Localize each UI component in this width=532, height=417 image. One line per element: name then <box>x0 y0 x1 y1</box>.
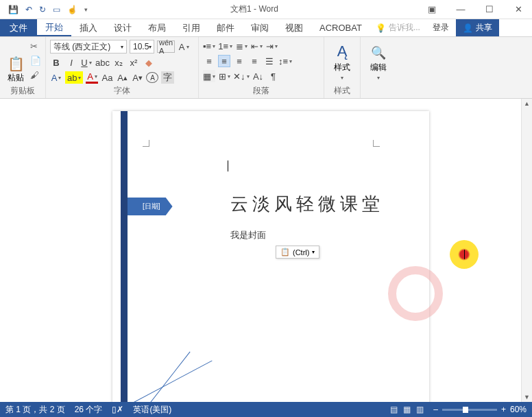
tab-file[interactable]: 文件 <box>0 19 37 36</box>
text-effects-button[interactable]: A <box>50 71 62 84</box>
char-border-icon[interactable]: A <box>178 40 190 53</box>
multilevel-button[interactable]: ≣ <box>235 40 247 52</box>
subscript-button[interactable]: x₂ <box>112 56 125 69</box>
maximize-icon[interactable]: ☐ <box>479 4 500 14</box>
vertical-ruler <box>0 99 14 402</box>
vertical-scrollbar[interactable]: ▲ ▼ <box>521 99 532 402</box>
text-direction-button[interactable]: ✕↓ <box>233 70 250 82</box>
tab-insert[interactable]: 插入 <box>71 19 106 36</box>
touch-mode-icon[interactable]: ☝ <box>67 5 77 14</box>
align-distribute-button[interactable]: ☰ <box>263 55 276 67</box>
show-marks-button[interactable]: ¶ <box>267 70 280 82</box>
status-proofing-icon[interactable]: ▯✗ <box>112 405 123 414</box>
window-title: 文档1 - Word <box>88 3 421 15</box>
minimize-icon[interactable]: — <box>450 4 472 14</box>
group-editing: 🔍 编辑 ▾ <box>361 37 396 98</box>
share-button[interactable]: 👤 共享 <box>456 19 499 36</box>
align-center-button[interactable]: ≡ <box>218 55 230 67</box>
scroll-down-icon[interactable]: ▼ <box>524 392 530 402</box>
underline-button[interactable]: U <box>80 56 93 69</box>
undo-icon[interactable]: ↶ <box>25 5 32 14</box>
tell-me-search[interactable]: 💡 告诉我... <box>370 19 426 36</box>
document-canvas[interactable]: [日期] 云淡风轻微课堂 我是封面 📋 (Ctrl) ▾ <box>14 99 521 402</box>
qat-item-icon[interactable]: ▭ <box>53 5 60 14</box>
font-size-value: 10.5 <box>133 42 149 51</box>
font-color-button[interactable]: A <box>86 71 98 84</box>
align-left-button[interactable]: ≡ <box>203 55 215 67</box>
font-name-combo[interactable]: 等线 (西文正文)▾ <box>50 40 127 53</box>
tab-layout[interactable]: 布局 <box>140 19 174 36</box>
highlight-button[interactable]: ab <box>65 71 83 84</box>
styles-button[interactable]: Ą 样式 ▾ <box>328 40 356 84</box>
editing-label: 编辑 <box>370 62 387 73</box>
close-icon[interactable]: ✕ <box>507 4 529 14</box>
tab-design[interactable]: 设计 <box>106 19 140 36</box>
align-right-button[interactable]: ≡ <box>233 55 245 67</box>
cover-date-tag[interactable]: [日期] <box>128 198 173 215</box>
clipboard-icon: 📋 <box>280 248 290 257</box>
ribbon-options-icon[interactable]: ▣ <box>421 4 443 14</box>
change-case-button[interactable]: Aa <box>101 71 113 84</box>
paste-options-label: (Ctrl) <box>293 248 309 257</box>
align-justify-button[interactable]: ≡ <box>248 55 261 67</box>
web-layout-icon[interactable]: ▥ <box>416 405 424 414</box>
ribbon-tabs: 文件 开始 插入 设计 布局 引用 邮件 审阅 视图 ACROBAT 💡 告诉我… <box>0 19 532 37</box>
chevron-down-icon: ▾ <box>377 75 380 81</box>
sign-in-link[interactable]: 登录 <box>426 19 456 36</box>
editing-button[interactable]: 🔍 编辑 ▾ <box>365 40 392 86</box>
status-word-count[interactable]: 26 个字 <box>75 404 103 416</box>
clear-format-icon[interactable]: ◆ <box>143 56 155 69</box>
numbering-button[interactable]: 1≡ <box>218 40 232 52</box>
group-label-font: 字体 <box>50 84 194 97</box>
font-size-combo[interactable]: 10.5▾ <box>130 40 154 53</box>
decrease-indent-button[interactable]: ⇤ <box>250 40 263 52</box>
font-name-value: 等线 (西文正文) <box>53 41 110 53</box>
strikethrough-button[interactable]: abc <box>95 56 110 69</box>
tab-acrobat[interactable]: ACROBAT <box>311 19 370 36</box>
increase-indent-button[interactable]: ⇥ <box>265 40 278 52</box>
tab-home[interactable]: 开始 <box>37 19 71 36</box>
zoom-level[interactable]: 60% <box>510 405 527 414</box>
tab-view[interactable]: 视图 <box>277 19 311 36</box>
format-painter-icon[interactable]: 🖌 <box>30 70 41 80</box>
borders-button[interactable]: ⊞ <box>218 70 230 82</box>
read-mode-icon[interactable]: ▤ <box>390 405 398 414</box>
copy-icon[interactable]: 📄 <box>30 56 41 66</box>
paste-options-button[interactable]: 📋 (Ctrl) ▾ <box>276 246 319 259</box>
group-font: 等线 (西文正文)▾ 10.5▾ wénA A B I U abc x₂ x² … <box>46 37 199 98</box>
tab-references[interactable]: 引用 <box>174 19 208 36</box>
shrink-font-button[interactable]: A▾ <box>131 71 143 84</box>
italic-button[interactable]: I <box>65 56 77 69</box>
view-switcher: ▤ ▦ ▥ <box>390 405 424 414</box>
tab-mailings[interactable]: 邮件 <box>208 19 243 36</box>
text-cursor <box>228 160 228 171</box>
page[interactable]: [日期] 云淡风轻微课堂 我是封面 📋 (Ctrl) ▾ <box>112 111 429 402</box>
zoom-thumb[interactable] <box>463 407 468 413</box>
bold-button[interactable]: B <box>50 56 62 69</box>
paste-button[interactable]: 📋 粘贴 <box>4 40 27 84</box>
grow-font-button[interactable]: A▴ <box>116 71 128 84</box>
status-language[interactable]: 英语(美国) <box>133 404 171 416</box>
tab-review[interactable]: 审阅 <box>243 19 277 36</box>
status-page[interactable]: 第 1 页，共 2 页 <box>5 404 65 416</box>
redo-icon[interactable]: ↻ <box>39 5 46 14</box>
scroll-up-icon[interactable]: ▲ <box>524 99 530 108</box>
cover-title[interactable]: 云淡风轻微课堂 <box>230 192 384 216</box>
save-icon[interactable]: 💾 <box>8 5 19 14</box>
enclose-char-button[interactable]: A <box>146 72 158 83</box>
cut-icon[interactable]: ✂ <box>30 41 41 51</box>
cover-subtitle[interactable]: 我是封面 <box>230 229 266 241</box>
char-shading-button[interactable]: 字 <box>161 71 174 84</box>
print-layout-icon[interactable]: ▦ <box>403 405 411 414</box>
zoom-in-button[interactable]: + <box>501 405 506 414</box>
phonetic-guide-icon[interactable]: wénA <box>157 40 175 53</box>
bullets-button[interactable]: ▪≡ <box>203 40 215 52</box>
sort-button[interactable]: A↓ <box>252 70 265 82</box>
shading-button[interactable]: ▦ <box>203 70 215 82</box>
line-spacing-button[interactable]: ↕≡ <box>278 55 292 67</box>
group-styles: Ą 样式 ▾ 样式 <box>324 37 361 98</box>
zoom-out-button[interactable]: – <box>433 405 438 414</box>
window-controls: ▣ — ☐ ✕ <box>421 4 529 14</box>
zoom-slider[interactable] <box>442 409 497 411</box>
superscript-button[interactable]: x² <box>128 56 140 69</box>
